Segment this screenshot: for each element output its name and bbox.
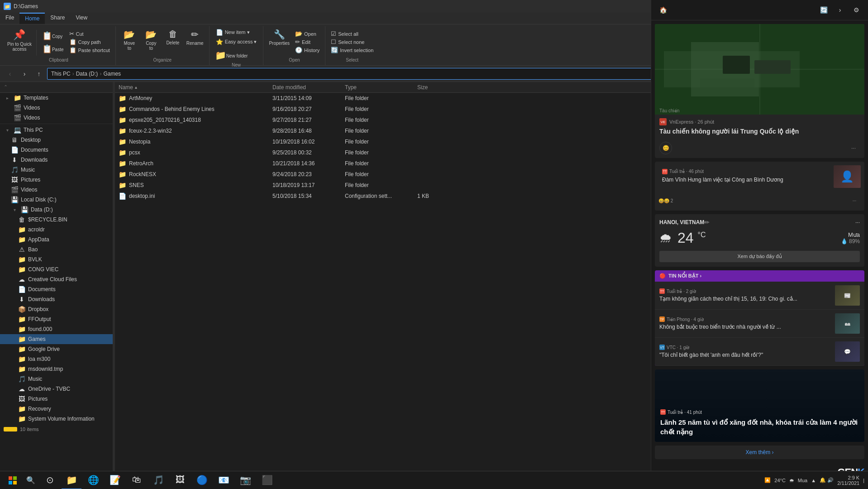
delete-button[interactable]: 🗑 Delete: [163, 28, 183, 46]
pin-to-quick-access-button[interactable]: 📌 Pin to Quickaccess: [5, 28, 33, 53]
col-name[interactable]: Name ▴: [119, 84, 272, 91]
address-pc: This PC: [51, 71, 71, 77]
rename-button[interactable]: ✏ Rename: [185, 28, 205, 47]
sidebar-item-thispc[interactable]: ▾ 💻 This PC: [0, 125, 113, 135]
paste-shortcut-button[interactable]: 📋 Paste shortcut: [67, 46, 112, 54]
sidebar-item-recovery[interactable]: 📁 Recovery: [0, 404, 113, 414]
col-size[interactable]: Size: [417, 84, 453, 91]
sidebar-item-systemvolume[interactable]: 📁 System Volume Information: [0, 414, 113, 424]
sidebar-item-appdata[interactable]: 📁 AppData: [0, 235, 113, 244]
taskbar-camera[interactable]: 📷: [235, 471, 255, 489]
tab-home[interactable]: Home: [19, 13, 45, 24]
taskbar-word[interactable]: 📝: [105, 471, 125, 489]
properties-button[interactable]: 🔧 Properties: [267, 28, 291, 47]
new-folder-button[interactable]: 📁 New folder: [213, 49, 250, 62]
sidebar-item-bvlk[interactable]: 📁 BVLK: [0, 254, 113, 264]
sidebar-item-creativecloud[interactable]: ☁ Creative Cloud Files: [0, 274, 113, 284]
next-news-button[interactable]: ›: [834, 4, 846, 16]
see-more-label: Xem thêm ›: [745, 449, 773, 455]
sidebar-item-bao[interactable]: ⚠ Bao: [0, 244, 113, 254]
cut-button[interactable]: ✂ Cut: [67, 30, 112, 38]
sidebar-item-downloads2[interactable]: ⬇ Downloads: [0, 294, 113, 304]
sidebar-item-found000[interactable]: 📁 found.000: [0, 324, 113, 334]
col-date[interactable]: Date modified: [272, 84, 345, 91]
sidebar-item-documents[interactable]: 📄 Documents: [0, 145, 113, 155]
sidebar-item-desktop[interactable]: 🖥 Desktop: [0, 135, 113, 145]
refresh-news-button[interactable]: 🔄: [817, 4, 830, 16]
up-button[interactable]: ↑: [33, 67, 45, 80]
sidebar-item-games[interactable]: 📁 Games: [0, 334, 113, 344]
main-article-card: Tàu chiến VE VnExpress · 26 phút Tàu chi…: [655, 24, 864, 158]
select-none-button[interactable]: ☐ Select none: [329, 38, 375, 46]
sidebar-item-templates[interactable]: ▸ 📁 Templates: [0, 93, 113, 103]
new-item-button[interactable]: 📄 New item ▾: [213, 28, 253, 37]
sidebar-item-loam300[interactable]: 📁 loa m300: [0, 354, 113, 364]
sidebar-item-datad[interactable]: ▾ 💾 Data (D:): [0, 205, 113, 215]
sidebar-item-onedrive[interactable]: ☁ OneDrive - TVBC: [0, 384, 113, 394]
move-to-button[interactable]: 📂 Moveto: [119, 28, 139, 52]
copy-path-button[interactable]: 📋 Copy path: [67, 38, 112, 46]
taskbar-photos[interactable]: 🖼: [170, 471, 190, 489]
sidebar-item-videos2[interactable]: 🎬 Videos: [0, 113, 113, 123]
sidebar-item-recycle[interactable]: 🗑 $RECYCLE.BIN: [0, 215, 113, 225]
sidebar-item-congviec[interactable]: 📁 CONG VIEC: [0, 264, 113, 274]
show-desktop-button[interactable]: |: [863, 478, 864, 483]
sidebar-item-googledrive[interactable]: 📁 Google Drive: [0, 344, 113, 354]
breaking-item-1[interactable]: TT Tuổi trẻ · 2 giờ Tạm không giãn cách …: [655, 282, 864, 310]
forecast-button[interactable]: Xem dự báo đầy đủ: [659, 251, 860, 262]
sidebar-item-localc[interactable]: 💾 Local Disk (C:): [0, 195, 113, 205]
reaction-button[interactable]: 😊: [659, 142, 672, 154]
breaking-item-3[interactable]: VT VTC · 1 giờ "Tôi chỉ biết gào thét 'a…: [655, 338, 864, 366]
back-button[interactable]: ‹: [4, 67, 16, 80]
tab-file[interactable]: File: [0, 13, 19, 24]
col-date-label: Date modified: [272, 84, 306, 91]
sidebar-item-pictures2[interactable]: 🖼 Pictures: [0, 394, 113, 404]
settings-news-button[interactable]: ⚙: [850, 4, 863, 16]
address-bar[interactable]: This PC › Data (D:) › Games: [47, 68, 734, 80]
sidebar-item-music2[interactable]: 🎵 Music: [0, 374, 113, 384]
select-all-button[interactable]: ☑ Select all: [329, 30, 375, 38]
sidebar-item-downloads[interactable]: ⬇ Downloads: [0, 155, 113, 165]
invert-selection-button[interactable]: 🔄 Invert selection: [329, 46, 375, 54]
breaking-item-2[interactable]: TP Tiền Phong · 4 giờ Không bắt buộc tre…: [655, 310, 864, 338]
col-type[interactable]: Type: [345, 84, 417, 91]
home-button[interactable]: 🏠: [657, 4, 669, 16]
sidebar-item-music[interactable]: 🎵 Music: [0, 165, 113, 175]
sidebar-item-ffoutput[interactable]: 📁 FFOutput: [0, 314, 113, 324]
sidebar-item-dropbox[interactable]: 📦 Dropbox: [0, 304, 113, 314]
forward-button[interactable]: ›: [18, 67, 31, 80]
sidebar-item-videos1[interactable]: 🎬 Videos: [0, 103, 113, 113]
sidebar-item-videos3[interactable]: 🎬 Videos: [0, 185, 113, 195]
open-button[interactable]: 📂 Open: [293, 30, 321, 38]
side-more-button[interactable]: ···: [848, 194, 861, 207]
taskbar-store[interactable]: 🛍: [127, 471, 147, 489]
more-button[interactable]: ···: [847, 142, 860, 154]
easy-access-button[interactable]: ⭐ Easy access ▾: [213, 38, 260, 46]
sidebar-item-documents2[interactable]: 📄 Documents: [0, 284, 113, 294]
history-button[interactable]: 🕐 History: [293, 46, 321, 54]
taskbar-media[interactable]: 🎵: [148, 471, 168, 489]
edit-button[interactable]: ✏ Edit: [293, 38, 321, 46]
taskbar-terminal[interactable]: ⬛: [257, 471, 277, 489]
systemvolume-icon: 📁: [18, 415, 25, 422]
paste-button[interactable]: 📋 Paste: [39, 43, 67, 56]
start-button[interactable]: [4, 471, 22, 489]
weather-more[interactable]: ···: [855, 219, 860, 225]
tab-view[interactable]: View: [70, 13, 93, 24]
copy-to-button[interactable]: 📂 Copyto: [141, 28, 161, 52]
taskbar-email[interactable]: 📧: [214, 471, 234, 489]
tab-share[interactable]: Share: [45, 13, 70, 24]
file-name-cell: 📁 Commandos - Behind Enemy Lines: [119, 105, 272, 113]
taskbar-chrome[interactable]: 🔵: [192, 471, 212, 489]
taskbar-explorer[interactable]: 📁: [62, 471, 81, 489]
sidebar-item-acroldr[interactable]: 📁 acroldr: [0, 225, 113, 235]
taskbar-cortana[interactable]: ⊙: [40, 471, 60, 489]
sidebar-item-msdownld[interactable]: 📁 msdownld.tmp: [0, 364, 113, 374]
taskbar-search-button[interactable]: 🔍: [24, 473, 38, 488]
copy-button-large[interactable]: 📋 Copy: [39, 30, 67, 43]
taskbar-edge[interactable]: 🌐: [83, 471, 103, 489]
see-more-button[interactable]: Xem thêm ›: [655, 446, 864, 459]
sidebar-item-pictures[interactable]: 🖼 Pictures: [0, 175, 113, 185]
edit-location-button[interactable]: ✏: [704, 219, 710, 226]
taskbar-weather: 24°C: [774, 478, 786, 483]
